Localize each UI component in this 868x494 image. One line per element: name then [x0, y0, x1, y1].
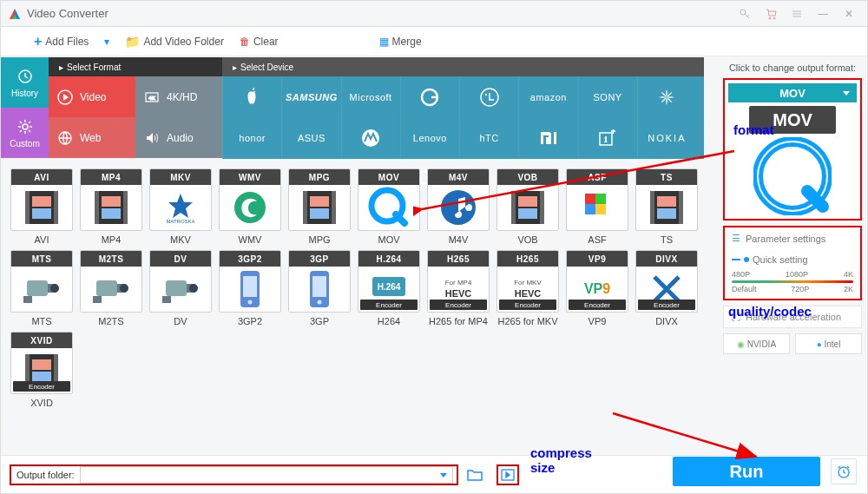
svg-point-12: [484, 93, 486, 95]
compress-size-button[interactable]: [496, 464, 519, 485]
svg-rect-22: [32, 208, 51, 219]
svg-rect-46: [595, 204, 606, 214]
svg-rect-43: [585, 194, 595, 204]
format-m2ts[interactable]: M2TSM2TS: [79, 250, 143, 326]
svg-point-66: [248, 300, 253, 305]
history-tab[interactable]: History: [1, 57, 49, 108]
brand-moto[interactable]: [341, 117, 400, 158]
hardware-accel-card[interactable]: ⛶Hardware acceleration: [723, 306, 862, 328]
minimize-button[interactable]: —: [812, 5, 834, 23]
toolbar: +Add Files ▾ 📁Add Video Folder 🗑Clear ▦M…: [1, 27, 867, 56]
select-format-tab[interactable]: ▸ Select Format: [49, 57, 222, 76]
svg-rect-51: [657, 208, 676, 219]
add-files-dropdown[interactable]: ▾: [104, 36, 109, 48]
brand-g[interactable]: [400, 76, 459, 117]
format-mov[interactable]: MOVMOV: [357, 168, 421, 245]
brand-apple[interactable]: [222, 76, 281, 117]
brand-nokia[interactable]: NOKIA: [637, 117, 696, 158]
svg-rect-49: [679, 191, 683, 224]
format-vob[interactable]: VOBVOB: [496, 168, 560, 245]
video-category[interactable]: Video: [49, 76, 135, 117]
select-device-tab[interactable]: ▸ Select Device: [222, 57, 704, 76]
format-mpg[interactable]: MPGMPG: [287, 168, 352, 245]
cart-icon[interactable]: [760, 5, 782, 23]
run-button[interactable]: Run: [673, 457, 820, 486]
format-mts[interactable]: MTSMTS: [10, 250, 74, 326]
format-m4v[interactable]: M4VM4V: [426, 168, 490, 245]
mi-icon: [539, 130, 558, 146]
moto-icon: [361, 128, 380, 148]
svg-rect-59: [93, 296, 102, 303]
brand-htc[interactable]: hTC: [459, 117, 518, 158]
format-3gp2[interactable]: 3GP23GP2: [218, 250, 282, 326]
hw-label: Hardware acceleration: [746, 312, 841, 322]
menu-icon[interactable]: [786, 5, 808, 23]
brand-honor[interactable]: honor: [222, 117, 281, 158]
format-asf[interactable]: ASFASF: [565, 168, 629, 245]
4k-category[interactable]: 4K4K/HD: [135, 76, 222, 117]
parameter-settings-card[interactable]: ☰Parameter settings Quick setting 480P10…: [723, 226, 862, 300]
svg-rect-52: [27, 280, 48, 296]
brand-samsung[interactable]: SAMSUNG: [281, 76, 340, 117]
format-h264[interactable]: H.264H.264EncoderH264: [357, 250, 421, 326]
chip-icon: ⛶: [731, 312, 740, 322]
web-category[interactable]: Web: [49, 117, 135, 158]
brand-sony[interactable]: SONY: [578, 76, 637, 117]
brand-lg[interactable]: [459, 76, 518, 117]
add-files-button[interactable]: +Add Files: [34, 34, 89, 49]
key-icon[interactable]: [733, 5, 756, 23]
svg-rect-40: [540, 191, 544, 224]
svg-rect-30: [303, 191, 336, 224]
brand-mi[interactable]: [518, 117, 577, 158]
quick-setting-label: Quick setting: [753, 254, 808, 265]
brand-lenovo[interactable]: Lenovo: [400, 117, 459, 158]
brand-huawei[interactable]: [637, 76, 696, 117]
svg-rect-20: [54, 191, 58, 224]
output-format-badge: MOV: [749, 106, 836, 134]
nvidia-button[interactable]: ◉ NVIDIA: [723, 333, 790, 354]
add-folder-button[interactable]: 📁Add Video Folder: [125, 35, 224, 49]
quality-slider[interactable]: [732, 280, 853, 283]
format-h265-for-mp4[interactable]: H265For MP4HEVCEncoderH265 for MP4: [426, 250, 490, 326]
brand-amazon[interactable]: amazon: [518, 76, 577, 117]
svg-rect-39: [511, 191, 516, 224]
format-avi[interactable]: AVIAVI: [10, 168, 74, 245]
format-dv[interactable]: DVDV: [148, 250, 213, 326]
format-h265-for-mkv[interactable]: H265For MKVHEVCEncoderH265 for MKV: [496, 250, 560, 326]
custom-tab[interactable]: Custom: [1, 108, 49, 158]
audio-category[interactable]: Audio: [135, 117, 222, 158]
titlebar: Video Converter — ✕: [1, 1, 867, 27]
format-vp9[interactable]: VP9VP9EncoderVP9: [565, 250, 629, 326]
output-folder-dropdown[interactable]: [80, 466, 453, 484]
svg-rect-42: [518, 208, 537, 219]
svg-text:4K: 4K: [148, 96, 155, 101]
format-wmv[interactable]: WMVWMV: [218, 168, 282, 245]
svg-rect-10: [430, 96, 431, 99]
svg-point-58: [120, 284, 128, 293]
svg-rect-24: [95, 191, 99, 224]
clear-button[interactable]: 🗑Clear: [240, 36, 279, 48]
output-format-card[interactable]: MOV MOV: [723, 78, 862, 221]
merge-button[interactable]: ▦Merge: [379, 36, 422, 48]
brand-asus[interactable]: ASUS: [281, 117, 340, 158]
format-divx[interactable]: DIVXEncoderDIVX: [635, 250, 699, 326]
format-mp4[interactable]: MP4MP4: [79, 168, 143, 245]
huawei-icon: [657, 88, 676, 107]
close-button[interactable]: ✕: [838, 5, 860, 23]
format-xvid[interactable]: XVIDEncoderXVID: [10, 332, 74, 408]
open-folder-button[interactable]: [465, 465, 484, 484]
svg-point-29: [234, 192, 266, 223]
format-3gp[interactable]: 3GP3GP: [287, 250, 352, 326]
intel-button[interactable]: ● Intel: [795, 333, 862, 354]
lg-icon: [479, 87, 500, 108]
brand-1+[interactable]: 1: [578, 117, 637, 158]
format-ts[interactable]: TSTS: [635, 168, 699, 245]
svg-text:MATROSKA: MATROSKA: [166, 219, 194, 224]
format-mkv[interactable]: MKVMATROSKAMKV: [148, 168, 213, 245]
svg-rect-47: [650, 191, 683, 224]
svg-rect-50: [657, 196, 676, 207]
brand-microsoft[interactable]: Microsoft: [341, 76, 400, 117]
schedule-button[interactable]: [831, 458, 857, 484]
svg-rect-55: [23, 296, 32, 303]
svg-rect-26: [102, 196, 121, 207]
